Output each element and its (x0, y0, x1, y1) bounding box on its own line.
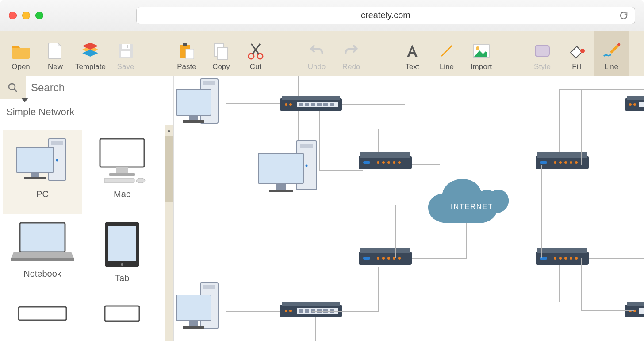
sidebar-scrollbar[interactable]: ▲ (165, 125, 173, 341)
diagram-canvas[interactable]: INTERNET (174, 76, 644, 341)
redo-button[interactable]: Redo (334, 31, 368, 76)
svg-rect-1 (122, 44, 130, 49)
canvas-router-1[interactable] (359, 152, 412, 172)
shape-extra-2[interactable] (82, 298, 162, 337)
paste-icon (177, 42, 196, 60)
pencil-icon (602, 42, 621, 60)
canvas-cloud-internet[interactable]: INTERNET (426, 179, 510, 232)
canvas-pc-1[interactable] (174, 76, 231, 134)
svg-point-80 (387, 257, 390, 260)
style-button[interactable]: Style (525, 31, 560, 76)
svg-rect-8 (218, 47, 227, 60)
import-icon (472, 42, 491, 60)
svg-point-70 (554, 161, 556, 164)
copy-icon (211, 42, 231, 60)
canvas-pc-2[interactable] (256, 138, 326, 200)
text-tool-button[interactable]: Text (395, 31, 429, 76)
search-icon[interactable] (0, 76, 26, 99)
address-bar[interactable]: creately.com (136, 7, 635, 24)
svg-rect-69 (540, 161, 547, 164)
undo-button[interactable]: Undo (299, 31, 334, 76)
svg-rect-39 (176, 89, 211, 115)
svg-rect-49 (311, 103, 315, 106)
svg-rect-61 (363, 161, 370, 164)
svg-point-71 (559, 161, 562, 164)
cut-button[interactable]: Cut (238, 31, 273, 76)
svg-rect-104 (176, 295, 211, 321)
svg-rect-43 (282, 96, 340, 100)
new-button[interactable]: New (38, 31, 73, 76)
svg-rect-35 (105, 306, 139, 321)
svg-rect-58 (269, 190, 293, 192)
paste-button[interactable]: Paste (169, 31, 204, 76)
svg-rect-37 (203, 81, 215, 85)
svg-rect-57 (276, 183, 286, 190)
canvas-router-3[interactable] (359, 248, 412, 267)
svg-rect-95 (639, 102, 644, 107)
svg-point-15 (580, 49, 585, 53)
svg-rect-24 (100, 139, 144, 167)
close-window-button[interactable] (9, 12, 17, 19)
shape-notebook[interactable]: Notebook (3, 214, 82, 298)
svg-rect-3 (121, 51, 130, 57)
template-button[interactable]: Template (73, 31, 108, 76)
svg-point-33 (121, 263, 123, 266)
svg-rect-102 (203, 285, 215, 289)
undo-icon (307, 42, 326, 60)
svg-rect-19 (51, 141, 63, 145)
search-row (0, 76, 173, 99)
svg-point-28 (136, 178, 145, 183)
svg-rect-40 (189, 115, 198, 120)
svg-rect-112 (299, 309, 303, 313)
minimize-window-button[interactable] (22, 12, 30, 19)
svg-point-110 (289, 310, 292, 312)
svg-rect-27 (104, 178, 134, 183)
browser-chrome: creately.com (0, 0, 644, 31)
shape-extra-1[interactable] (3, 298, 82, 337)
search-input[interactable] (26, 76, 173, 99)
svg-point-72 (564, 161, 567, 164)
cloud-label: INTERNET (451, 203, 493, 211)
canvas-switch-3[interactable] (625, 302, 644, 320)
svg-point-79 (382, 257, 385, 260)
svg-point-88 (564, 257, 567, 260)
svg-rect-25 (116, 167, 128, 173)
scroll-thumb[interactable] (165, 136, 172, 202)
shape-pc[interactable]: PC (3, 130, 82, 214)
svg-rect-113 (305, 309, 309, 313)
svg-rect-47 (299, 103, 303, 106)
svg-point-89 (570, 257, 572, 260)
line-style-button[interactable]: Line (594, 31, 629, 76)
svg-point-55 (306, 165, 308, 167)
maximize-window-button[interactable] (35, 12, 43, 19)
svg-point-45 (289, 103, 292, 106)
svg-point-93 (629, 103, 632, 106)
cut-icon (246, 42, 265, 60)
svg-rect-84 (537, 248, 587, 253)
canvas-switch-2[interactable] (625, 96, 644, 113)
svg-rect-23 (24, 177, 46, 179)
scroll-up-icon[interactable]: ▲ (165, 125, 173, 135)
fill-button[interactable]: Fill (560, 31, 594, 76)
reload-icon[interactable] (619, 11, 629, 20)
copy-button[interactable]: Copy (204, 31, 238, 76)
dropdown-indicator-icon[interactable] (21, 98, 28, 102)
import-button[interactable]: Import (464, 31, 498, 76)
svg-point-109 (285, 310, 288, 312)
svg-point-73 (570, 161, 572, 164)
svg-rect-14 (535, 45, 549, 57)
shape-tab[interactable]: Tab (82, 214, 162, 298)
canvas-switch-1[interactable] (280, 96, 342, 113)
open-button[interactable]: Open (4, 31, 38, 76)
svg-point-63 (382, 161, 385, 164)
svg-rect-106 (183, 326, 204, 329)
svg-rect-2 (126, 45, 128, 48)
line-tool-button[interactable]: Line (429, 31, 464, 76)
svg-point-86 (554, 257, 556, 260)
svg-point-62 (377, 161, 380, 164)
canvas-pc-3[interactable] (174, 280, 231, 341)
save-button[interactable]: Save (108, 31, 143, 76)
template-icon (80, 42, 100, 60)
shape-mac[interactable]: Mac (82, 130, 162, 214)
folder-icon (11, 42, 31, 60)
